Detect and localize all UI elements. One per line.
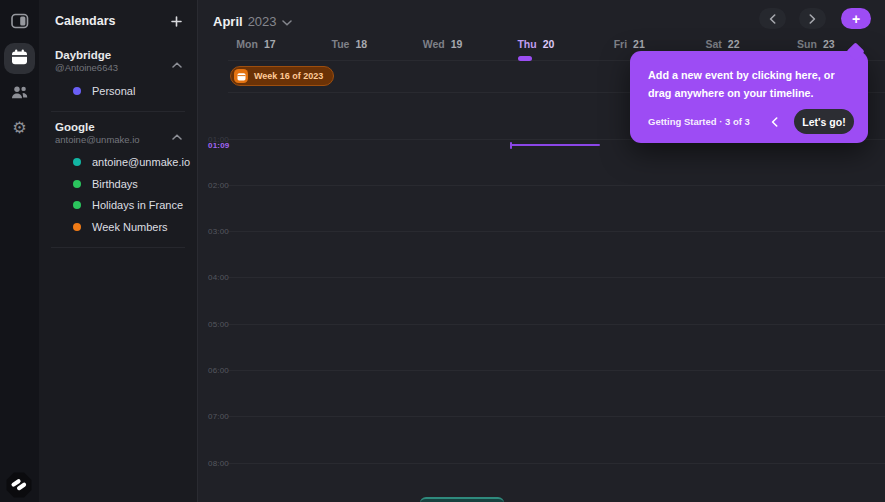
week-number-label: Week 16 of 2023 (254, 71, 323, 81)
lets-go-button[interactable]: Let's go! (794, 109, 854, 134)
current-time-line (510, 144, 600, 146)
icon-rail: ⚙ (0, 0, 39, 502)
chevron-up-icon[interactable] (172, 126, 182, 144)
time-label: 06:00 (208, 366, 229, 375)
hour-gridline (228, 231, 885, 232)
calendar-name: antoine@unmake.io (92, 156, 190, 168)
time-label: 08:00 (208, 459, 229, 468)
calendar-color-dot (73, 180, 81, 188)
calendar-list-item[interactable]: Week Numbers (55, 216, 181, 238)
calendar-color-dot (73, 87, 81, 95)
calendar-list-item[interactable]: Holidays in France (55, 195, 181, 217)
time-label: 05:00 (208, 320, 229, 329)
calendar-name: Personal (92, 85, 135, 97)
time-label: 03:00 (208, 227, 229, 236)
tooltip-message: Add a new event by clicking here, or dra… (648, 67, 854, 103)
calendar-name: Week Numbers (92, 221, 168, 233)
add-calendar-button[interactable] (167, 12, 185, 30)
hour-gridline (228, 324, 885, 325)
daybridge-logo (5, 471, 33, 499)
calendar-icon (11, 49, 28, 69)
hour-gridline (228, 463, 885, 464)
calendar-color-dot (73, 158, 81, 166)
tooltip-progress: Getting Started · 3 of 3 (648, 116, 771, 127)
calendars-sidebar: Calendars Daybridge@Antoine6643PersonalG… (39, 0, 198, 502)
tooltip-back-button[interactable] (771, 117, 778, 127)
calendar-name: Holidays in France (92, 199, 183, 211)
calendar-color-dot (73, 201, 81, 209)
calendar-list-item[interactable]: Personal (55, 80, 181, 102)
week-calendar-icon (234, 69, 248, 83)
rail-item-calendar[interactable] (4, 43, 35, 74)
calendar-name: Birthdays (92, 178, 138, 190)
onboarding-tooltip: Add a new event by clicking here, or dra… (630, 51, 868, 143)
event-block[interactable] (420, 497, 504, 502)
calendar-list-item[interactable]: antoine@unmake.io (55, 152, 181, 174)
rail-item-contacts[interactable] (6, 81, 34, 107)
calendar-group-daybridge: Daybridge@Antoine6643Personal (39, 40, 197, 102)
hour-gridline (228, 277, 885, 278)
daybridge-app: ⚙ Calendars Daybridge@Antoine6643Persona… (0, 0, 885, 502)
group-subtitle: antoine@unmake.io (55, 134, 181, 146)
time-label: 02:00 (208, 181, 229, 190)
sidebar-title: Calendars (55, 14, 167, 28)
hour-gridline (228, 185, 885, 186)
week-number-badge[interactable]: Week 16 of 2023 (230, 66, 334, 86)
time-label: 07:00 (208, 412, 229, 421)
group-name: Daybridge (55, 48, 181, 62)
gear-icon: ⚙ (12, 120, 26, 136)
hour-gridline (228, 370, 885, 371)
calendar-list-item[interactable]: Birthdays (55, 173, 181, 195)
sidebar-divider (51, 247, 185, 248)
hour-gridline (228, 416, 885, 417)
time-label: 04:00 (208, 273, 229, 282)
time-label: 01:00 (208, 135, 229, 144)
today-indicator (518, 56, 532, 61)
calendar-main: April 2023 + Mon17Tue18Wed19Thu20Fri21Sa… (198, 0, 885, 502)
calendar-color-dot (73, 223, 81, 231)
calendar-group-google: Googleantoine@unmake.ioantoine@unmake.io… (39, 112, 197, 238)
rail-item-settings[interactable]: ⚙ (6, 115, 34, 141)
chevron-up-icon[interactable] (172, 54, 182, 72)
sidebar-toggle-icon[interactable] (6, 8, 34, 34)
group-subtitle: @Antoine6643 (55, 62, 181, 74)
group-name: Google (55, 120, 181, 134)
people-icon (10, 85, 29, 104)
